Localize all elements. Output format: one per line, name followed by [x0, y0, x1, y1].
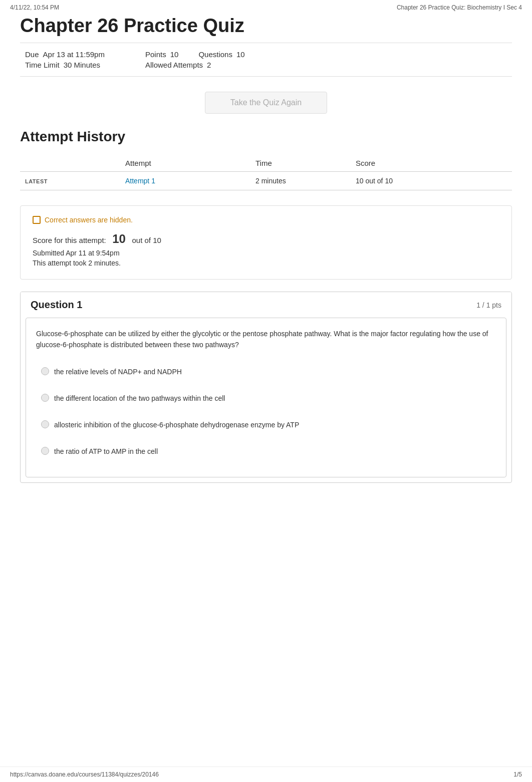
page-container: Chapter 26 Practice Quiz Due Apr 13 at 1… — [0, 15, 532, 518]
points-questions-row: Points 10 Questions 10 — [145, 50, 245, 59]
questions-label: Questions — [198, 50, 232, 59]
answer-option: the ratio of ATP to AMP in the cell — [36, 440, 496, 463]
course-label: Chapter 26 Practice Quiz: Biochemistry I… — [397, 4, 522, 11]
question-card: Question 1 1 / 1 pts Glucose-6-phosphate… — [20, 292, 512, 483]
col-header-time: Time — [250, 155, 351, 172]
questions-container: Question 1 1 / 1 pts Glucose-6-phosphate… — [20, 292, 512, 483]
question-header: Question 1 1 / 1 pts — [21, 292, 511, 318]
points-value: 10 — [170, 50, 179, 59]
correct-answers-text: Correct answers are hidden. — [45, 216, 133, 224]
answer-option: the different location of the two pathwa… — [36, 387, 496, 410]
col-header-blank — [20, 155, 120, 172]
answer-option: allosteric inhibition of the glucose-6-p… — [36, 414, 496, 436]
footer-bar: https://canvas.doane.edu/courses/11384/q… — [0, 766, 532, 782]
allowed-attempts-row: Allowed Attempts 2 — [145, 61, 245, 69]
question-pts: 1 / 1 pts — [476, 301, 501, 309]
due-value: Apr 13 at 11:59pm — [43, 50, 105, 59]
score-out-of: out of 10 — [132, 236, 161, 244]
datetime: 4/11/22, 10:54 PM — [10, 4, 59, 11]
question-text: Glucose-6-phosphate can be utilized by e… — [36, 328, 496, 351]
answer-text: allosteric inhibition of the glucose-6-p… — [54, 420, 299, 430]
col-header-score: Score — [351, 155, 512, 172]
score-label: Score for this attempt: — [33, 236, 106, 244]
answer-radio[interactable] — [41, 447, 49, 455]
attempt-time: 2 minutes — [250, 172, 351, 190]
table-row: LATEST Attempt 1 2 minutes 10 out of 10 — [20, 172, 512, 190]
footer-page: 1/5 — [513, 771, 522, 778]
top-bar: 4/11/22, 10:54 PM Chapter 26 Practice Qu… — [0, 0, 532, 15]
answer-text: the ratio of ATP to AMP in the cell — [54, 446, 158, 457]
attempt-detail-box: Correct answers are hidden. Score for th… — [20, 205, 512, 280]
points-label: Points — [145, 50, 166, 59]
allowed-attempts-item: Allowed Attempts 2 — [145, 61, 211, 69]
answer-radio[interactable] — [41, 367, 49, 375]
notice-icon — [33, 216, 41, 224]
submitted-line: Submitted Apr 11 at 9:54pm — [33, 249, 499, 257]
answer-radio[interactable] — [41, 420, 49, 428]
answer-text: the different location of the two pathwa… — [54, 393, 225, 404]
attempt-link[interactable]: Attempt 1 — [125, 177, 155, 185]
time-limit-label: Time Limit — [25, 61, 60, 69]
attempt-table: Attempt Time Score LATEST Attempt 1 2 mi… — [20, 155, 512, 190]
due-label: Due — [25, 50, 39, 59]
attempt-history-title: Attempt History — [20, 129, 512, 145]
footer-url: https://canvas.doane.edu/courses/11384/q… — [10, 771, 159, 778]
time-limit-row: Time Limit 30 Minutes — [25, 61, 145, 69]
correct-answers-notice: Correct answers are hidden. — [33, 216, 499, 224]
due-row: Due Apr 13 at 11:59pm — [25, 50, 145, 59]
take-quiz-container: Take the Quiz Again — [20, 92, 512, 114]
questions-value: 10 — [236, 50, 245, 59]
allowed-attempts-value: 2 — [207, 61, 211, 69]
question-body: Glucose-6-phosphate can be utilized by e… — [26, 318, 506, 477]
score-value: 10 — [112, 232, 126, 245]
answer-radio[interactable] — [41, 394, 49, 402]
questions-item: Questions 10 — [198, 50, 244, 59]
info-bar: Due Apr 13 at 11:59pm Time Limit 30 Minu… — [20, 43, 512, 77]
attempt-score: 10 out of 10 — [351, 172, 512, 190]
latest-badge: LATEST — [25, 178, 48, 184]
answer-option: the relative levels of NADP+ and NADPH — [36, 361, 496, 383]
answer-text: the relative levels of NADP+ and NADPH — [54, 367, 182, 377]
score-line: Score for this attempt: 10 out of 10 — [33, 232, 499, 246]
points-item: Points 10 — [145, 50, 178, 59]
time-taken-line: This attempt took 2 minutes. — [33, 259, 499, 267]
info-left-col: Due Apr 13 at 11:59pm Time Limit 30 Minu… — [25, 50, 145, 69]
allowed-attempts-label: Allowed Attempts — [145, 61, 203, 69]
question-title: Question 1 — [31, 299, 82, 311]
take-quiz-button[interactable]: Take the Quiz Again — [205, 92, 327, 114]
page-title: Chapter 26 Practice Quiz — [20, 15, 512, 37]
time-limit-value: 30 Minutes — [64, 61, 100, 69]
info-right-col: Points 10 Questions 10 Allowed Attempts … — [145, 50, 245, 69]
col-header-attempt: Attempt — [120, 155, 250, 172]
